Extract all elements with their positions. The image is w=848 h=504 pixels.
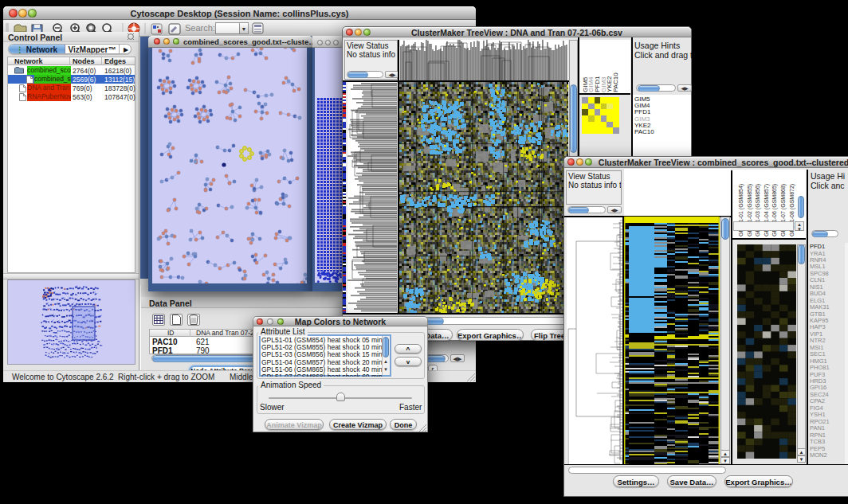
svg-text:PAC10: PAC10: [612, 72, 619, 92]
